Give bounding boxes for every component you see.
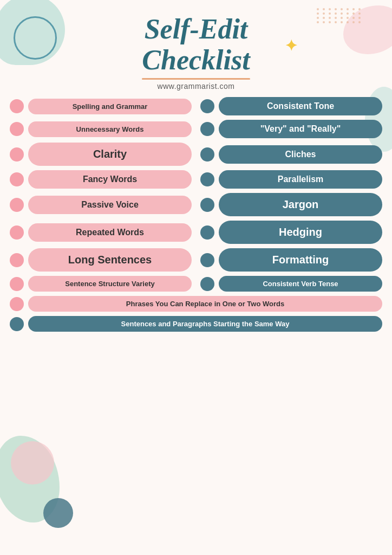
list-item: Sentences and Paragraphs Starting the Sa… [10,316,382,332]
check-circle-pink [10,198,24,212]
checklist-grid: Spelling and Grammar Consistent Tone Unn… [0,91,392,338]
page: Self-Edit Checklist www.grammarist.com ✦… [0,0,392,555]
check-circle-dark [200,122,214,136]
list-item: Consistent Tone [200,97,382,115]
check-circle-pink [10,172,24,186]
title-section: Self-Edit Checklist www.grammarist.com [0,0,392,91]
check-circle-pink [10,122,24,136]
parallelism-label: Parallelism [219,170,382,189]
spelling-label: Spelling and Grammar [28,99,192,114]
list-item: Consistent Verb Tense [200,276,382,292]
cliches-label: Cliches [219,145,382,164]
list-item: Repeated Words [10,221,192,244]
check-circle-dark [200,99,214,113]
list-item: Hedging [200,221,382,244]
list-item: Clarity [10,143,192,166]
check-circle-pink [10,277,24,291]
check-circle-dark [10,317,24,331]
sentences-starting-label: Sentences and Paragraphs Starting the Sa… [28,316,382,332]
list-item: "Very" and "Really" [200,120,382,138]
check-circle-dark [200,147,214,162]
very-really-label: "Very" and "Really" [219,120,382,138]
check-circle-pink [10,297,24,311]
formatting-label: Formatting [219,248,382,272]
list-item: Unnecessary Words [10,120,192,138]
check-circle-pink [10,147,24,162]
list-item: Formatting [200,248,382,272]
sentence-structure-label: Sentence Structure Variety [28,276,192,292]
long-sentences-label: Long Sentences [28,248,192,272]
check-circle-pink [10,225,24,240]
repeated-words-label: Repeated Words [28,223,192,242]
list-item: Phrases You Can Replace in One or Two Wo… [10,296,382,312]
check-circle-dark [200,277,214,291]
page-title: Self-Edit Checklist [0,14,392,75]
list-item: Long Sentences [10,248,192,272]
passive-voice-label: Passive Voice [28,196,192,214]
list-item: Spelling and Grammar [10,97,192,115]
sparkle-icon: ✦ [285,37,297,55]
consistent-tone-label: Consistent Tone [219,97,382,115]
check-circle-pink [10,99,24,113]
list-item: Fancy Words [10,170,192,189]
consistent-verb-label: Consistent Verb Tense [219,276,382,292]
check-circle-pink [10,253,24,267]
check-circle-dark [200,225,214,240]
check-circle-dark [200,253,214,267]
jargon-label: Jargon [219,193,382,216]
website-url: www.grammarist.com [0,82,392,91]
list-item: Sentence Structure Variety [10,276,192,292]
list-item: Parallelism [200,170,382,189]
check-circle-dark [200,172,214,186]
list-item: Passive Voice [10,193,192,216]
fancy-words-label: Fancy Words [28,170,192,189]
title-underline [142,78,250,80]
blob-bl-pink [11,441,54,485]
list-item: Cliches [200,143,382,166]
list-item: Jargon [200,193,382,216]
unnecessary-words-label: Unnecessary Words [28,121,192,137]
clarity-label: Clarity [28,143,192,166]
phrases-replace-label: Phrases You Can Replace in One or Two Wo… [28,296,382,312]
hedging-label: Hedging [219,221,382,244]
check-circle-dark [200,198,214,212]
circle-bl [43,498,73,528]
